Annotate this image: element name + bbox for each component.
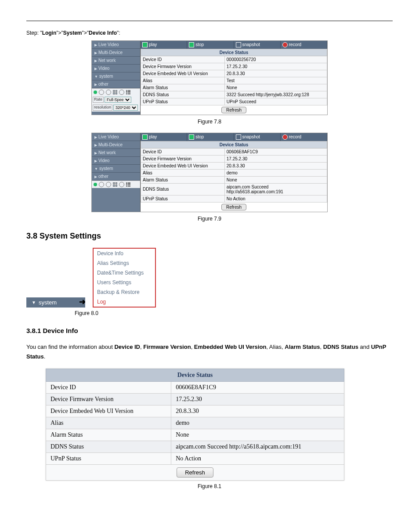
row-value: Test	[224, 77, 327, 84]
nav-video-label: Video	[98, 158, 109, 163]
nav-system-label: system	[99, 74, 113, 79]
dot-green-icon[interactable]	[94, 90, 97, 94]
table-row: Aliasdemo	[141, 169, 327, 176]
row-label: DDNS Status	[46, 441, 171, 452]
para-ddns: DDNS Status	[323, 344, 358, 350]
nav-live-video[interactable]: ▶Live Video	[92, 133, 140, 141]
para-webui: Embedded Web UI Version	[194, 344, 266, 350]
menu-item-device-info[interactable]: Device Info	[94, 249, 155, 258]
menu-item-date-time-settings[interactable]: Date&Time Settings	[94, 268, 155, 278]
snapshot-icon	[236, 42, 241, 47]
figure-caption-80: Figure 8.0	[75, 310, 393, 316]
sidebar: ▶Live Video ▶Multi-Device ▶Net work ▶Vid…	[92, 133, 141, 212]
step-login: Login	[42, 30, 57, 36]
snapshot-button[interactable]: snapshot	[234, 41, 281, 49]
nav-video[interactable]: ▶Video	[92, 65, 140, 72]
snapshot-button[interactable]: snapshot	[234, 133, 281, 141]
system-button-label: system	[39, 299, 57, 306]
circle-icon[interactable]	[106, 90, 111, 95]
row-value: None	[171, 429, 344, 441]
figure-caption-78: Figure 7.8	[26, 119, 393, 125]
single-view-icon[interactable]	[99, 182, 104, 187]
table-row: Alarm StatusNone	[141, 176, 327, 183]
figure-caption-81: Figure 8.1	[26, 483, 393, 489]
step-suffix: ":	[117, 30, 120, 36]
resolution-select[interactable]: 320*240	[113, 105, 138, 111]
table-row: Alarm StatusNone	[46, 429, 344, 441]
row-label: Device Firmware Version	[141, 155, 225, 162]
menu-item-alias-settings[interactable]: Alias Settings	[94, 258, 155, 268]
nav-video-label: Video	[98, 66, 109, 71]
device-status-big-table: Device Status Device ID00606E8AF1C9Devic…	[46, 369, 344, 481]
para-alarm: Alarm Status	[285, 344, 320, 350]
triangle-right-icon: ▶	[94, 83, 97, 87]
row-value: aipcam.com Succeed http://a5618.aipcam.c…	[224, 183, 327, 195]
refresh-button[interactable]: Refresh	[177, 467, 213, 478]
grid9-view-icon[interactable]	[126, 182, 130, 187]
step-deviceinfo: Device Info	[89, 30, 117, 36]
stop-button[interactable]: stop	[187, 41, 234, 49]
view-icons-row	[92, 181, 140, 188]
nav-system[interactable]: ▼system	[92, 165, 140, 173]
menu-item-users-settings[interactable]: Users Settings	[94, 278, 155, 287]
nav-network[interactable]: ▶Net work	[92, 149, 140, 157]
nav-other[interactable]: ▶other	[92, 80, 140, 88]
nav-system[interactable]: ▼system	[92, 72, 140, 80]
play-button[interactable]: play	[141, 133, 187, 141]
circle-icon[interactable]	[106, 182, 111, 187]
grid9-view-icon[interactable]	[126, 90, 130, 94]
section-3-8-1-heading: 3.8.1 Device Info	[26, 327, 393, 334]
nav-network-label: Net work	[98, 58, 116, 63]
table-row: Device ID00606E8AF1C9	[46, 381, 344, 393]
resolution-row: resolution 320*240	[92, 104, 140, 112]
row-label: UPnP Status	[141, 195, 225, 202]
big-refresh-row: Refresh	[46, 464, 344, 480]
view-icons-row	[92, 88, 140, 96]
row-label: Alarm Status	[141, 176, 225, 183]
single-view-icon[interactable]	[99, 90, 104, 95]
row-label: Device Firmware Version	[46, 393, 171, 405]
row-value: 20.8.3.30	[171, 405, 344, 417]
row-label: DDNS Status	[141, 91, 225, 98]
menu-item-log[interactable]: Log	[94, 297, 155, 307]
rate-label: Rate	[93, 97, 104, 103]
para-sep: , Alias,	[266, 344, 285, 350]
rate-select[interactable]: Full-Spee	[105, 97, 131, 103]
para-device-id: Device ID	[114, 344, 140, 350]
circle2-icon[interactable]	[119, 182, 124, 187]
table-row: DDNS Statusaipcam.com Succeed http://a56…	[46, 441, 344, 452]
play-button[interactable]: play	[141, 41, 187, 49]
grid4-view-icon[interactable]	[113, 90, 117, 94]
row-value: No Action	[224, 195, 327, 202]
nav-video[interactable]: ▶Video	[92, 157, 140, 165]
circle2-icon[interactable]	[119, 90, 124, 95]
system-nav-button[interactable]: ▼ system	[26, 297, 85, 308]
table-row: Alarm StatusNone	[141, 84, 327, 91]
triangle-right-icon: ▶	[94, 59, 97, 63]
triangle-down-icon: ▼	[32, 300, 36, 305]
nav-other[interactable]: ▶other	[92, 173, 140, 181]
nav-live-label: Live Video	[98, 42, 119, 47]
refresh-button[interactable]: Refresh	[221, 204, 246, 210]
dot-green-icon[interactable]	[94, 183, 97, 186]
row-label: Device Firmware Version	[141, 63, 225, 70]
device-info-paragraph: You can find the information about Devic…	[26, 342, 393, 362]
row-value: 3322 Succeed http://jerryjwb.3322.org:12…	[224, 91, 327, 98]
arrow-right-icon: ➜	[79, 297, 86, 307]
refresh-row: Refresh	[141, 203, 327, 212]
stop-icon	[189, 134, 194, 140]
play-label: play	[149, 42, 157, 47]
nav-live-video[interactable]: ▶Live Video	[92, 41, 140, 49]
nav-network[interactable]: ▶Net work	[92, 57, 140, 65]
menu-item-backup-restore[interactable]: Backup & Restore	[94, 287, 155, 297]
record-button[interactable]: record	[281, 41, 327, 49]
record-button[interactable]: record	[281, 133, 327, 141]
row-label: Alias	[141, 169, 225, 176]
refresh-button[interactable]: Refresh	[221, 107, 246, 113]
nav-multi-device[interactable]: ▶Multi-Device	[92, 49, 140, 57]
table-row: AliasTest	[141, 77, 327, 84]
system-settings-figure: ▼ system ➜ Device InfoAlias SettingsDate…	[26, 248, 393, 308]
stop-button[interactable]: stop	[187, 133, 234, 141]
nav-multi-device[interactable]: ▶Multi-Device	[92, 141, 140, 149]
grid4-view-icon[interactable]	[113, 182, 117, 187]
